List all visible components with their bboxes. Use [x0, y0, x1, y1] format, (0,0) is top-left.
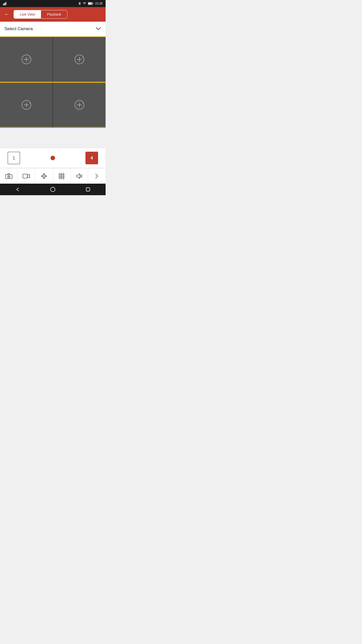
nav-home-button[interactable] — [49, 185, 57, 193]
quad-view-button[interactable]: 4 — [85, 152, 98, 164]
svg-point-25 — [43, 176, 44, 177]
svg-rect-5 — [88, 3, 92, 5]
spacer — [0, 128, 106, 148]
nav-item-grid[interactable] — [53, 168, 71, 184]
tab-group: Live View Playback — [14, 10, 67, 19]
tab-playback[interactable]: Playback — [41, 10, 67, 18]
audio-nav-icon — [75, 172, 83, 180]
status-time: 15:26 — [95, 2, 103, 5]
svg-marker-28 — [41, 175, 42, 177]
camera-cell-4[interactable] — [53, 82, 106, 128]
nav-item-camera[interactable] — [0, 168, 18, 184]
camera-cell-1[interactable] — [0, 37, 53, 82]
nav-item-more[interactable] — [88, 168, 106, 184]
signal-icon — [3, 2, 8, 5]
wifi-icon — [82, 2, 86, 5]
bottom-nav — [0, 168, 106, 184]
status-bar-right: 15:26 — [78, 2, 103, 5]
add-camera-icon-3 — [21, 99, 32, 110]
status-bar-left — [3, 2, 8, 5]
nav-item-audio[interactable] — [71, 168, 88, 184]
select-camera-row[interactable]: Select Camera — [0, 22, 106, 36]
bluetooth-icon — [78, 2, 81, 5]
nav-item-location[interactable] — [35, 168, 53, 184]
record-indicator — [51, 156, 55, 160]
svg-rect-2 — [5, 2, 6, 5]
nav-item-video[interactable] — [18, 168, 35, 184]
svg-marker-27 — [43, 178, 45, 179]
location-nav-icon — [40, 172, 48, 180]
svg-rect-6 — [93, 3, 93, 4]
grid-nav-icon — [58, 172, 65, 180]
tab-live-view[interactable]: Live View — [14, 10, 41, 18]
svg-rect-3 — [6, 2, 7, 5]
svg-rect-0 — [3, 4, 4, 5]
more-arrow-icon — [94, 173, 100, 179]
bottom-control-bar: 1 4 — [0, 148, 106, 168]
svg-rect-22 — [23, 174, 27, 178]
status-bar: 15:26 — [0, 0, 106, 7]
single-view-button[interactable]: 1 — [8, 152, 20, 164]
camera-cell-3[interactable] — [0, 82, 53, 128]
video-nav-icon — [23, 172, 30, 180]
battery-icon — [88, 2, 94, 5]
svg-marker-29 — [46, 175, 47, 177]
svg-marker-23 — [27, 174, 30, 178]
camera-nav-icon — [5, 172, 13, 180]
svg-point-39 — [51, 187, 55, 192]
back-button[interactable]: ← — [3, 10, 11, 19]
svg-rect-40 — [86, 188, 90, 191]
svg-point-21 — [8, 176, 9, 177]
header: ← Live View Playback — [0, 7, 106, 22]
svg-marker-26 — [43, 173, 45, 174]
chevron-down-icon — [96, 26, 101, 32]
svg-marker-36 — [77, 174, 80, 179]
add-camera-icon-4 — [74, 99, 85, 110]
camera-cell-2[interactable] — [53, 37, 106, 82]
nav-recent-button[interactable] — [84, 185, 92, 193]
svg-rect-1 — [4, 3, 5, 5]
camera-grid — [0, 36, 106, 128]
select-camera-label: Select Camera — [5, 26, 33, 31]
add-camera-icon-2 — [74, 54, 85, 65]
add-camera-icon-1 — [21, 54, 32, 65]
system-nav-bar — [0, 184, 106, 195]
nav-back-button[interactable] — [14, 185, 22, 193]
